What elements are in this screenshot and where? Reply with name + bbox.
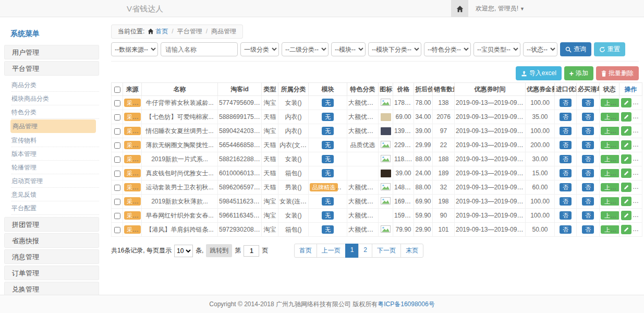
jump-button[interactable]: 跳转到 <box>206 244 232 257</box>
page-button[interactable]: 2 <box>358 244 372 258</box>
sidebar-item[interactable]: 兑换管理 <box>4 282 99 295</box>
status-badge[interactable]: 上架 <box>601 141 619 149</box>
import-excel-button[interactable]: 导入excel <box>516 66 562 80</box>
import-select-toggle[interactable]: 否 <box>560 127 572 135</box>
sidebar-subitem[interactable]: 版本管理 <box>11 147 99 161</box>
must-buy-toggle[interactable]: 否 <box>582 113 594 121</box>
per-page-select[interactable]: 10 <box>174 245 193 257</box>
edit-icon <box>624 100 629 105</box>
filter-select[interactable]: --宝贝类型-- <box>473 42 520 56</box>
page-button[interactable]: 下一页 <box>372 244 401 258</box>
row-checkbox[interactable] <box>114 185 120 191</box>
breadcrumb-home-link[interactable]: 首页 <box>155 28 168 35</box>
must-buy-toggle[interactable]: 否 <box>582 169 594 177</box>
import-select-toggle[interactable]: 否 <box>560 197 572 206</box>
import-select-toggle[interactable]: 否 <box>560 113 572 121</box>
edit-button[interactable] <box>621 197 631 206</box>
filter-select[interactable]: --二级分类-- <box>282 42 329 56</box>
must-buy-toggle[interactable]: 否 <box>582 127 594 135</box>
select-all-checkbox[interactable] <box>114 87 120 93</box>
edit-button[interactable] <box>621 211 631 220</box>
user-menu[interactable]: 欢迎您, 管理员!▼ <box>468 0 525 17</box>
edit-button[interactable] <box>621 112 631 122</box>
edit-button[interactable] <box>621 225 631 234</box>
row-checkbox[interactable] <box>114 128 120 135</box>
search-button[interactable]: 查询 <box>560 42 591 56</box>
sidebar-item[interactable]: 平台管理 <box>4 61 99 76</box>
row-checkbox[interactable] <box>114 142 120 149</box>
import-select-toggle[interactable]: 否 <box>560 141 572 149</box>
must-buy-toggle[interactable]: 否 <box>582 197 594 206</box>
row-checkbox[interactable] <box>114 114 120 121</box>
sidebar-item[interactable]: 拼团管理 <box>4 217 99 232</box>
icon-cell <box>379 166 393 180</box>
must-buy-toggle[interactable]: 否 <box>582 155 594 163</box>
import-select-toggle[interactable]: 否 <box>560 155 572 163</box>
edit-button[interactable] <box>621 140 631 150</box>
sidebar-subitem[interactable]: 启动页管理 <box>11 174 99 188</box>
table-row: 采集【七色纺】可爱纯棉家...588869917501天猫内衣()无大额优惠券6… <box>112 110 642 124</box>
row-checkbox[interactable] <box>114 156 120 163</box>
page-button[interactable]: 首页 <box>294 244 317 258</box>
import-select-toggle[interactable]: 否 <box>560 183 572 191</box>
edit-button[interactable] <box>621 168 631 178</box>
status-badge[interactable]: 上架 <box>601 183 619 191</box>
status-badge[interactable]: 上架 <box>601 211 619 220</box>
status-badge[interactable]: 上架 <box>601 99 619 107</box>
page-button[interactable]: 末页 <box>400 244 423 258</box>
filter-select[interactable]: 一级分类 <box>240 42 279 56</box>
sidebar-item[interactable]: 省惠快报 <box>4 233 99 248</box>
import-select-toggle[interactable]: 否 <box>560 169 572 177</box>
edit-button[interactable] <box>621 126 631 136</box>
must-buy-toggle[interactable]: 否 <box>582 99 594 107</box>
row-checkbox[interactable] <box>114 199 120 205</box>
edit-button[interactable] <box>621 183 631 192</box>
name-search-input[interactable] <box>161 42 238 56</box>
sidebar-subitem[interactable]: 轮播管理 <box>11 161 99 174</box>
sidebar-subitem[interactable]: 意见反馈 <box>11 188 99 201</box>
sidebar-subitem[interactable]: 商品分类 <box>11 78 99 92</box>
row-checkbox[interactable] <box>114 213 120 219</box>
edit-button[interactable] <box>621 154 631 164</box>
page-button[interactable]: 1 <box>345 244 359 258</box>
status-badge[interactable]: 上架 <box>601 155 619 163</box>
must-buy-toggle[interactable]: 否 <box>582 141 594 149</box>
filter-select[interactable]: --模块下分类-- <box>368 42 421 56</box>
sidebar-subitem[interactable]: 特色分类 <box>11 105 99 119</box>
status-badge[interactable]: 上架 <box>601 113 619 121</box>
must-buy-toggle[interactable]: 否 <box>582 225 594 234</box>
status-badge[interactable]: 上架 <box>601 197 619 206</box>
sidebar-item[interactable]: 用户管理 <box>4 45 99 59</box>
home-icon <box>456 5 464 13</box>
sidebar-subitem[interactable]: 宣传物料 <box>11 134 99 147</box>
filter-select[interactable]: --特色分类-- <box>424 42 471 56</box>
sidebar-subitem[interactable]: 模块商品分类 <box>11 92 99 105</box>
page-number-input[interactable] <box>244 245 259 257</box>
import-select-toggle[interactable]: 否 <box>560 225 572 234</box>
batch-delete-button[interactable]: 批量删除 <box>596 66 639 80</box>
sidebar-item[interactable]: 消息管理 <box>4 249 99 264</box>
add-button[interactable]: + 添加 <box>564 66 593 80</box>
edit-button[interactable] <box>621 98 631 107</box>
must-buy-toggle[interactable]: 否 <box>582 211 594 220</box>
row-checkbox[interactable] <box>114 171 120 177</box>
filter-select[interactable]: --模块-- <box>331 42 366 56</box>
status-badge[interactable]: 上架 <box>601 127 619 135</box>
page-button[interactable]: 上一页 <box>317 244 346 258</box>
must-buy-toggle[interactable]: 否 <box>582 183 594 191</box>
status-badge[interactable]: 上架 <box>601 169 619 177</box>
status-badge[interactable]: 上架 <box>601 225 619 234</box>
icp-link[interactable]: 粤ICP备16098006号 <box>378 300 434 308</box>
import-select-toggle[interactable]: 否 <box>560 211 572 220</box>
reset-button[interactable]: 重置 <box>594 42 625 56</box>
row-checkbox[interactable] <box>114 100 120 106</box>
home-nav-button[interactable] <box>451 0 468 17</box>
sidebar-item[interactable]: 订单管理 <box>4 266 99 280</box>
filter-select[interactable]: --数据来源-- <box>111 42 158 56</box>
import-select-toggle[interactable]: 否 <box>560 99 572 107</box>
sidebar-subitem[interactable]: 平台配置 <box>11 201 99 215</box>
row-checkbox[interactable] <box>114 227 120 233</box>
filter-select[interactable]: --状态-- <box>523 42 557 56</box>
sidebar-subitem[interactable]: 商品管理 <box>10 119 96 133</box>
icon-cell <box>379 195 393 209</box>
